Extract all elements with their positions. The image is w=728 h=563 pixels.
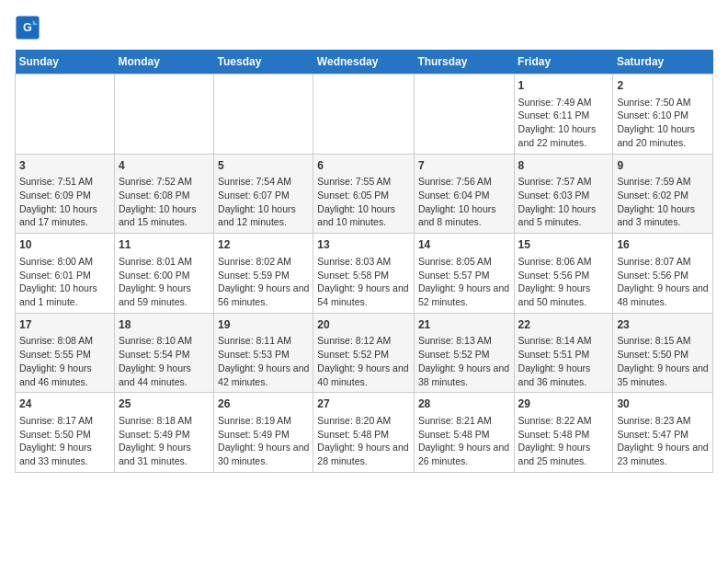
- calendar-cell: 3Sunrise: 7:51 AM Sunset: 6:09 PM Daylig…: [16, 154, 115, 234]
- day-number: 6: [317, 158, 410, 174]
- calendar-cell: 23Sunrise: 8:15 AM Sunset: 5:50 PM Dayli…: [613, 313, 713, 393]
- day-number: 26: [218, 396, 309, 412]
- calendar-cell: 9Sunrise: 7:59 AM Sunset: 6:02 PM Daylig…: [613, 154, 713, 234]
- day-number: 23: [617, 317, 709, 333]
- day-info: Sunrise: 8:06 AM Sunset: 5:56 PM Dayligh…: [518, 255, 609, 309]
- calendar-cell: 12Sunrise: 8:02 AM Sunset: 5:59 PM Dayli…: [214, 234, 313, 314]
- day-number: 20: [317, 317, 410, 333]
- weekday-header-wednesday: Wednesday: [313, 50, 415, 75]
- day-number: 29: [518, 396, 609, 412]
- day-number: 21: [418, 317, 510, 333]
- day-info: Sunrise: 8:14 AM Sunset: 5:51 PM Dayligh…: [518, 334, 609, 388]
- day-info: Sunrise: 8:17 AM Sunset: 5:50 PM Dayligh…: [19, 414, 110, 468]
- calendar-cell: 30Sunrise: 8:23 AM Sunset: 5:47 PM Dayli…: [613, 393, 713, 473]
- calendar-cell: 15Sunrise: 8:06 AM Sunset: 5:56 PM Dayli…: [514, 234, 613, 314]
- day-info: Sunrise: 8:21 AM Sunset: 5:48 PM Dayligh…: [418, 414, 510, 468]
- calendar-cell: 11Sunrise: 8:01 AM Sunset: 6:00 PM Dayli…: [114, 234, 213, 314]
- day-number: 28: [418, 396, 510, 412]
- calendar-cell: [214, 75, 313, 155]
- day-number: 30: [617, 396, 709, 412]
- weekday-header-saturday: Saturday: [613, 50, 713, 75]
- calendar-cell: 13Sunrise: 8:03 AM Sunset: 5:58 PM Dayli…: [313, 234, 415, 314]
- day-number: 5: [218, 158, 309, 174]
- day-info: Sunrise: 8:18 AM Sunset: 5:49 PM Dayligh…: [119, 414, 210, 468]
- day-number: 15: [518, 237, 609, 253]
- calendar-cell: 18Sunrise: 8:10 AM Sunset: 5:54 PM Dayli…: [114, 313, 213, 393]
- calendar-cell: 21Sunrise: 8:13 AM Sunset: 5:52 PM Dayli…: [414, 313, 514, 393]
- day-info: Sunrise: 7:57 AM Sunset: 6:03 PM Dayligh…: [518, 175, 609, 229]
- calendar-cell: 10Sunrise: 8:00 AM Sunset: 6:01 PM Dayli…: [16, 234, 115, 314]
- day-number: 4: [119, 158, 210, 174]
- day-info: Sunrise: 8:03 AM Sunset: 5:58 PM Dayligh…: [317, 255, 410, 309]
- calendar-cell: 14Sunrise: 8:05 AM Sunset: 5:57 PM Dayli…: [414, 234, 514, 314]
- day-info: Sunrise: 8:08 AM Sunset: 5:55 PM Dayligh…: [19, 334, 110, 388]
- day-info: Sunrise: 7:56 AM Sunset: 6:04 PM Dayligh…: [418, 175, 510, 229]
- day-number: 27: [317, 396, 410, 412]
- day-info: Sunrise: 8:05 AM Sunset: 5:57 PM Dayligh…: [418, 255, 510, 309]
- calendar-cell: 22Sunrise: 8:14 AM Sunset: 5:51 PM Dayli…: [514, 313, 613, 393]
- day-info: Sunrise: 7:50 AM Sunset: 6:10 PM Dayligh…: [617, 96, 709, 150]
- calendar-cell: 4Sunrise: 7:52 AM Sunset: 6:08 PM Daylig…: [114, 154, 213, 234]
- day-info: Sunrise: 8:02 AM Sunset: 5:59 PM Dayligh…: [218, 255, 309, 309]
- day-info: Sunrise: 8:00 AM Sunset: 6:01 PM Dayligh…: [19, 255, 110, 309]
- day-number: 12: [218, 237, 309, 253]
- calendar-cell: [114, 75, 213, 155]
- calendar-cell: 20Sunrise: 8:12 AM Sunset: 5:52 PM Dayli…: [313, 313, 415, 393]
- day-info: Sunrise: 8:19 AM Sunset: 5:49 PM Dayligh…: [218, 414, 309, 468]
- calendar-cell: 7Sunrise: 7:56 AM Sunset: 6:04 PM Daylig…: [414, 154, 514, 234]
- day-info: Sunrise: 8:11 AM Sunset: 5:53 PM Dayligh…: [218, 334, 309, 388]
- day-number: 3: [19, 158, 110, 174]
- day-number: 13: [317, 237, 410, 253]
- day-number: 9: [617, 158, 709, 174]
- calendar-table: SundayMondayTuesdayWednesdayThursdayFrid…: [15, 50, 713, 473]
- day-info: Sunrise: 7:51 AM Sunset: 6:09 PM Dayligh…: [19, 175, 110, 229]
- day-number: 1: [518, 78, 609, 94]
- weekday-header-friday: Friday: [514, 50, 613, 75]
- logo: G: [15, 15, 42, 40]
- day-info: Sunrise: 8:22 AM Sunset: 5:48 PM Dayligh…: [518, 414, 609, 468]
- svg-text:G: G: [23, 21, 32, 34]
- day-number: 22: [518, 317, 609, 333]
- calendar-cell: 1Sunrise: 7:49 AM Sunset: 6:11 PM Daylig…: [514, 75, 613, 155]
- day-number: 2: [617, 78, 709, 94]
- day-number: 8: [518, 158, 609, 174]
- day-info: Sunrise: 8:12 AM Sunset: 5:52 PM Dayligh…: [317, 334, 410, 388]
- calendar-cell: 5Sunrise: 7:54 AM Sunset: 6:07 PM Daylig…: [214, 154, 313, 234]
- day-number: 16: [617, 237, 709, 253]
- calendar-cell: 6Sunrise: 7:55 AM Sunset: 6:05 PM Daylig…: [313, 154, 415, 234]
- weekday-header-sunday: Sunday: [16, 50, 115, 75]
- day-number: 25: [119, 396, 210, 412]
- calendar-cell: 26Sunrise: 8:19 AM Sunset: 5:49 PM Dayli…: [214, 393, 313, 473]
- day-number: 18: [119, 317, 210, 333]
- calendar-cell: 19Sunrise: 8:11 AM Sunset: 5:53 PM Dayli…: [214, 313, 313, 393]
- day-info: Sunrise: 8:23 AM Sunset: 5:47 PM Dayligh…: [617, 414, 709, 468]
- day-info: Sunrise: 8:15 AM Sunset: 5:50 PM Dayligh…: [617, 334, 709, 388]
- day-info: Sunrise: 8:13 AM Sunset: 5:52 PM Dayligh…: [418, 334, 510, 388]
- day-info: Sunrise: 7:59 AM Sunset: 6:02 PM Dayligh…: [617, 175, 709, 229]
- day-info: Sunrise: 8:20 AM Sunset: 5:48 PM Dayligh…: [317, 414, 410, 468]
- weekday-header-monday: Monday: [114, 50, 213, 75]
- general-blue-icon: G: [15, 15, 40, 40]
- day-info: Sunrise: 7:54 AM Sunset: 6:07 PM Dayligh…: [218, 175, 309, 229]
- page-header: G: [15, 15, 713, 44]
- calendar-cell: [414, 75, 514, 155]
- day-number: 24: [19, 396, 110, 412]
- day-number: 19: [218, 317, 309, 333]
- calendar-cell: [16, 75, 115, 155]
- calendar-cell: 28Sunrise: 8:21 AM Sunset: 5:48 PM Dayli…: [414, 393, 514, 473]
- calendar-cell: 29Sunrise: 8:22 AM Sunset: 5:48 PM Dayli…: [514, 393, 613, 473]
- day-info: Sunrise: 8:07 AM Sunset: 5:56 PM Dayligh…: [617, 255, 709, 309]
- calendar-cell: 2Sunrise: 7:50 AM Sunset: 6:10 PM Daylig…: [613, 75, 713, 155]
- weekday-header-tuesday: Tuesday: [214, 50, 313, 75]
- calendar-cell: 16Sunrise: 8:07 AM Sunset: 5:56 PM Dayli…: [613, 234, 713, 314]
- day-number: 10: [19, 237, 110, 253]
- day-number: 7: [418, 158, 510, 174]
- calendar-cell: 24Sunrise: 8:17 AM Sunset: 5:50 PM Dayli…: [16, 393, 115, 473]
- calendar-cell: 27Sunrise: 8:20 AM Sunset: 5:48 PM Dayli…: [313, 393, 415, 473]
- day-number: 14: [418, 237, 510, 253]
- weekday-header-thursday: Thursday: [414, 50, 514, 75]
- day-number: 11: [119, 237, 210, 253]
- calendar-cell: 8Sunrise: 7:57 AM Sunset: 6:03 PM Daylig…: [514, 154, 613, 234]
- calendar-cell: 17Sunrise: 8:08 AM Sunset: 5:55 PM Dayli…: [16, 313, 115, 393]
- calendar-cell: 25Sunrise: 8:18 AM Sunset: 5:49 PM Dayli…: [114, 393, 213, 473]
